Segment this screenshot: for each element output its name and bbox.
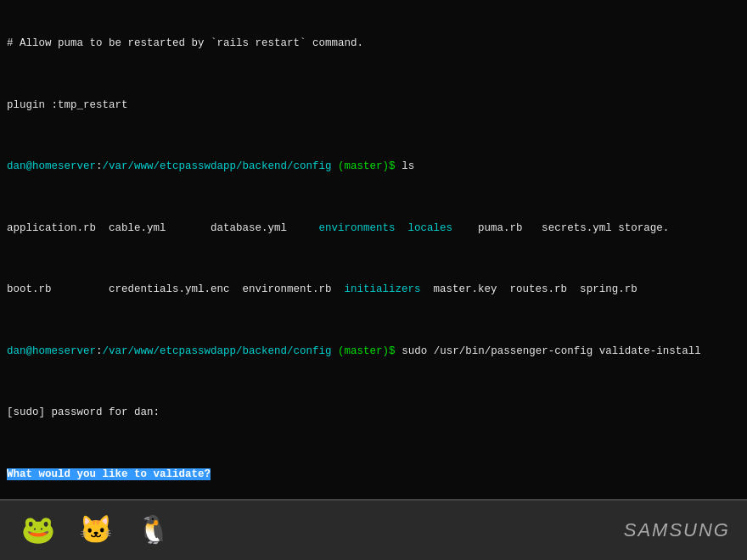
penguin-icon[interactable]: 🐧 xyxy=(132,509,175,552)
line-1: # Allow puma to be restarted by `rails r… xyxy=(7,36,740,51)
terminal-area[interactable]: # Allow puma to be restarted by `rails r… xyxy=(0,0,747,499)
frog-icon[interactable]: 🐸 xyxy=(17,509,59,552)
line-7: [sudo] password for dan: xyxy=(7,405,740,420)
line-5-ls: boot.rb credentials.yml.enc environment.… xyxy=(7,282,740,297)
terminal-content: # Allow puma to be restarted by `rails r… xyxy=(7,5,740,499)
monitor-frame: # Allow puma to be restarted by `rails r… xyxy=(0,0,747,560)
line-4-ls: application.rb cable.yml database.yml en… xyxy=(7,221,740,236)
line-8-highlight: What would you like to validate? xyxy=(7,467,740,482)
cat-icon[interactable]: 🐱 xyxy=(75,509,117,552)
line-2: plugin :tmp_restart xyxy=(7,98,740,113)
line-6-prompt: dan@homeserver:/var/www/etcpasswdapp/bac… xyxy=(7,344,740,359)
line-3: dan@homeserver:/var/www/etcpasswdapp/bac… xyxy=(7,159,740,174)
samsung-brand: SAMSUNG xyxy=(624,519,730,541)
taskbar: 🐸 🐱 🐧 SAMSUNG xyxy=(0,499,747,560)
